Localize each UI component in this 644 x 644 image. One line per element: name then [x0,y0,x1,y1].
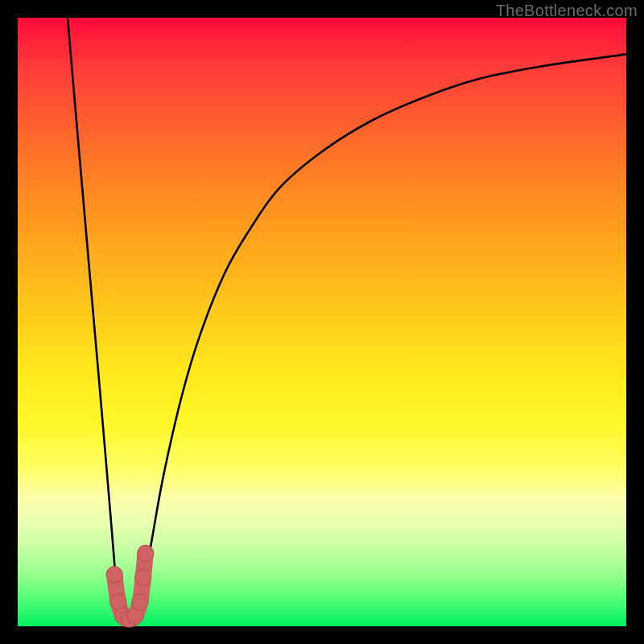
chart-svg [18,18,626,626]
marker-dot [132,594,148,610]
curve-left-branch [68,18,118,602]
watermark-label: TheBottleneck.com [496,2,638,20]
marker-dot [106,567,122,583]
marker-dot [138,545,154,561]
marker-dot [135,569,151,585]
chart-frame: TheBottleneck.com [0,0,644,644]
chart-plot-area [18,18,626,626]
curve-right-branch [141,54,626,601]
